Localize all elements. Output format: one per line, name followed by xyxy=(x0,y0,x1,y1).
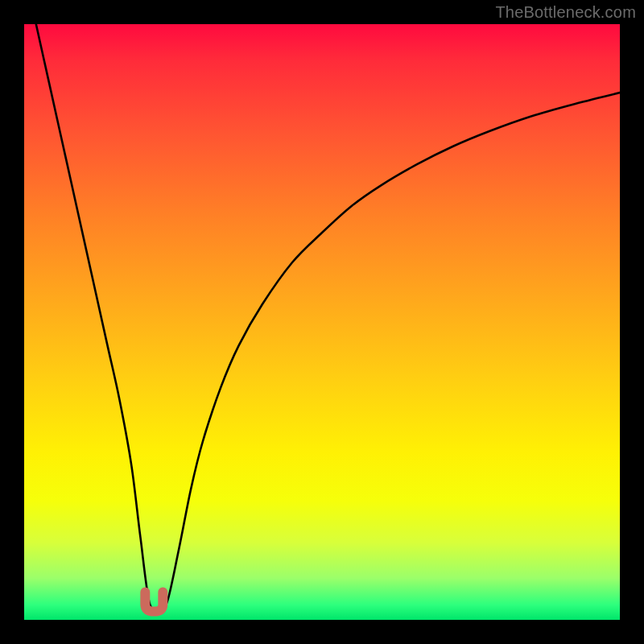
curve-svg xyxy=(24,24,620,620)
minimum-marker xyxy=(145,592,163,611)
bottleneck-curve xyxy=(36,24,620,609)
plot-area xyxy=(24,24,620,620)
watermark-text: TheBottleneck.com xyxy=(495,3,636,22)
chart-frame: TheBottleneck.com xyxy=(0,0,644,644)
